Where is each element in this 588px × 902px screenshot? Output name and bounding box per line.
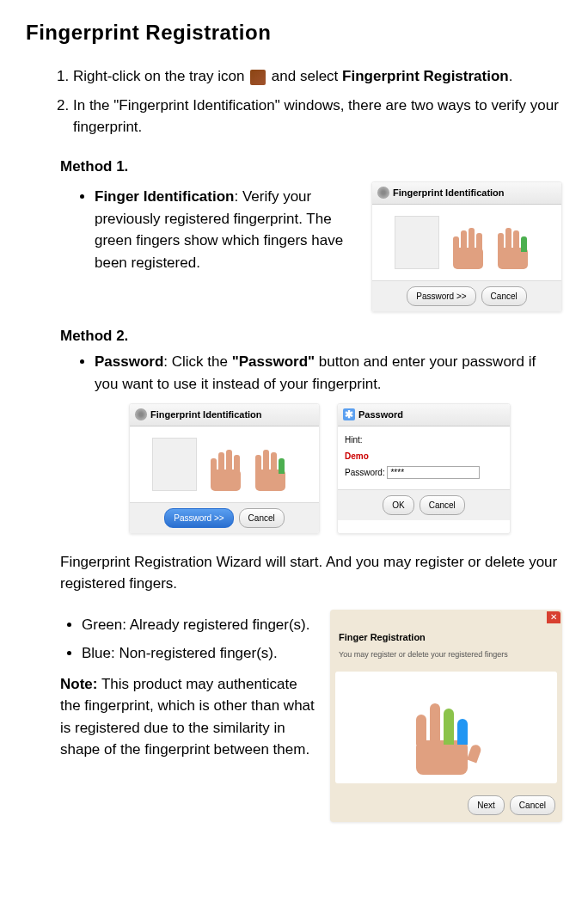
left-hand bbox=[204, 439, 247, 491]
fingerprint-identification-dialog-2: Fingerprint Identification bbox=[129, 403, 320, 534]
tray-icon bbox=[250, 70, 266, 85]
blue-legend: Blue: Non-registered finger(s). bbox=[82, 642, 317, 665]
method-1-title: Method 1. bbox=[60, 156, 562, 178]
next-button[interactable]: Next bbox=[468, 795, 505, 815]
cancel-button[interactable]: Cancel bbox=[239, 508, 285, 528]
fingerprint-identification-dialog: Fingerprint Identification bbox=[371, 181, 562, 312]
password-icon: ✱ bbox=[343, 408, 355, 420]
cancel-button[interactable]: Cancel bbox=[481, 286, 527, 306]
close-icon[interactable]: ✕ bbox=[547, 611, 560, 623]
right-hand bbox=[496, 218, 539, 269]
wizard-intro: Fingerprint Registration Wizard will sta… bbox=[60, 551, 562, 595]
method-1-desc: Finger Identification: Verify your previ… bbox=[95, 186, 358, 273]
password-button-active[interactable]: Password >> bbox=[164, 508, 233, 528]
password-button[interactable]: Password >> bbox=[407, 286, 475, 306]
fingerprint-preview bbox=[152, 438, 197, 491]
finger-registration-dialog: ✕ Finger Registration You may register o… bbox=[330, 610, 562, 822]
fingerprint-icon bbox=[377, 187, 389, 199]
step-1: Right-click on the tray icon and select … bbox=[73, 65, 562, 88]
hint-value: Demo bbox=[345, 450, 503, 463]
step-2: In the "Fingerprint Identification" wind… bbox=[73, 95, 562, 138]
green-legend: Green: Already registered finger(s). bbox=[82, 614, 317, 636]
cancel-button[interactable]: Cancel bbox=[510, 795, 555, 815]
right-hand-big bbox=[407, 689, 485, 775]
method-2-title: Method 2. bbox=[60, 325, 562, 347]
note: Note: This product may authenticate the … bbox=[60, 673, 317, 761]
fingerprint-preview bbox=[395, 216, 439, 269]
page-title: Fingerprint Registration bbox=[26, 17, 562, 48]
password-input[interactable] bbox=[387, 466, 480, 479]
ok-button[interactable]: OK bbox=[383, 495, 413, 515]
steps-list: Right-click on the tray icon and select … bbox=[26, 65, 562, 138]
right-hand bbox=[254, 439, 297, 491]
password-dialog: ✱ Password Hint: Demo Password: OK Cance… bbox=[337, 403, 511, 534]
finger-reg-title: Finger Registration bbox=[330, 625, 562, 650]
cancel-button[interactable]: Cancel bbox=[420, 495, 465, 515]
fingerprint-icon bbox=[135, 408, 147, 420]
finger-reg-sub: You may register or delete your register… bbox=[330, 649, 562, 666]
method-2-desc: Password: Click the "Password" button an… bbox=[95, 351, 562, 395]
left-hand bbox=[446, 218, 489, 269]
